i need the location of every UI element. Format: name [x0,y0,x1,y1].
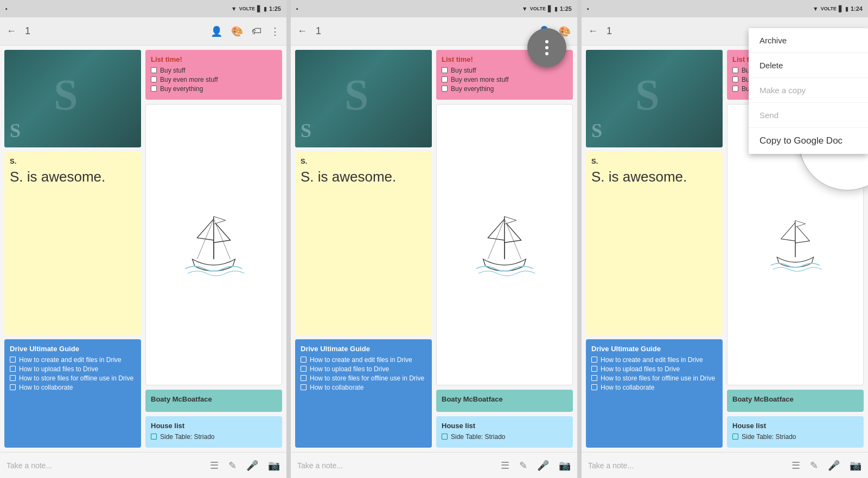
list-icon-3[interactable]: ☰ [792,460,800,471]
svg-marker-18 [795,221,806,227]
pencil-icon-1[interactable]: ✎ [228,460,237,471]
photo-letter-1: S [10,119,21,142]
guide-item-3-1: How to create and edit files in Drive [591,356,717,364]
blue-guide-card-2[interactable]: Drive Ultimate Guide How to create and e… [295,339,432,448]
house-title-1: House list [151,422,277,430]
guide-item-text-1-1: How to create and edit files in Drive [19,356,122,364]
signal-bars-2: ▋ [548,5,552,12]
bottom-bar-1: Take a note... ☰ ✎ 🎤 📷 [0,452,286,478]
photo-decoration-2: S [342,72,385,126]
guide-item-text-2-1: How to create and edit files in Drive [310,356,412,364]
house-card-2[interactable]: House list Side Table: Striado [436,416,573,448]
mic-icon-2[interactable]: 🎤 [537,460,549,471]
guide-item-text-2-2: How to upload files to Drive [310,365,389,373]
camera-icon-3[interactable]: 📷 [850,460,861,471]
note-placeholder-2[interactable]: Take a note... [297,461,501,470]
pink-item-2-3: Buy everything [442,85,567,93]
signal-bars-3: ▋ [839,5,843,12]
guide-title-2: Drive Ultimate Guide [301,345,426,353]
selection-count-3: 1 [607,25,612,37]
blue-guide-card-3[interactable]: Drive Ultimate Guide How to create and e… [586,339,723,448]
mic-icon-3[interactable]: 🎤 [828,460,840,471]
separator-2 [577,0,582,478]
svg-marker-16 [781,222,795,241]
yellow-card-2[interactable]: S. S. is awesome. [295,152,432,335]
yellow-card-3[interactable]: S. S. is awesome. [586,152,723,335]
fab-dot-2 [545,46,548,49]
list-icon-1[interactable]: ☰ [210,460,219,471]
pink-checkbox-3-1 [732,67,738,73]
label-icon-1[interactable]: 🏷 [252,25,261,37]
house-card-1[interactable]: House list Side Table: Striado [145,416,282,448]
dropdown-item-archive[interactable]: Archive [749,28,868,53]
person-icon-1[interactable]: 👤 [210,25,222,37]
camera-icon-2[interactable]: 📷 [559,460,571,471]
dropdown-item-make-copy[interactable]: Make a copy [749,78,868,103]
dropdown-item-delete[interactable]: Delete [749,53,868,78]
bottom-icons-3: ☰ ✎ 🎤 📷 [792,460,861,471]
pink-title-1: List time! [151,55,277,63]
pink-item-text-2-3: Buy everything [451,85,494,93]
dropdown-menu: Archive Delete Make a copy Send Copy to … [749,28,868,154]
boaty-title-3: Boaty McBoatface [732,395,858,403]
dropdown-item-copy-google-doc[interactable]: Copy to Google Doc [749,128,868,154]
house-card-3[interactable]: House list Side Table: Striado [727,416,864,448]
bottom-icons-2: ☰ ✎ 🎤 📷 [501,460,571,471]
svg-marker-17 [795,224,809,243]
photo-inner-2: S S [295,50,432,147]
guide-item-text-2-4: How to collaborate [310,384,363,391]
note-placeholder-1[interactable]: Take a note... [7,461,210,470]
guide-checkbox-3-3 [591,375,597,381]
house-checkbox-3-1 [732,434,738,440]
pink-item-text-1-3: Buy everything [160,85,203,93]
yellow-text-3: S. is awesome. [591,169,717,185]
palette-icon-1[interactable]: 🎨 [231,25,243,37]
pencil-icon-2[interactable]: ✎ [519,460,527,471]
overflow-menu-1[interactable]: ⋮ [270,25,280,37]
content-area-1: S S S. S. is awesome. Drive Ultimate Gui… [0,46,286,452]
guide-item-text-1-3: How to store files for offline use in Dr… [19,374,133,382]
pink-card-1[interactable]: List time! Buy stuff Buy even more stuff… [145,50,282,100]
pink-item-text-1-2: Buy even more stuff [160,76,218,83]
guide-item-2-2: How to upload files to Drive [301,365,426,373]
back-button-1[interactable]: ← [7,25,16,37]
pink-checkbox-2-2 [442,76,448,82]
blue-guide-card-1[interactable]: Drive Ultimate Guide How to create and e… [4,339,141,448]
dropdown-item-send[interactable]: Send [749,103,868,128]
guide-checkbox-1-4 [10,384,16,390]
content-area-2: S S S. S. is awesome. Drive Ultimate Gui… [291,46,577,452]
battery-icon-3: ▮ [845,5,848,12]
boaty-title-1: Boaty McBoatface [151,395,277,403]
guide-checkbox-2-1 [301,357,307,363]
pink-checkbox-1-3 [151,86,157,92]
camera-icon-1[interactable]: 📷 [268,460,280,471]
guide-item-text-2-3: How to store files for offline use in Dr… [310,374,424,382]
photo-letter-3: S [591,119,602,142]
ship-card-2 [436,104,573,385]
fab-dot-3 [545,52,548,55]
note-placeholder-3[interactable]: Take a note... [588,461,792,470]
right-column-1: List time! Buy stuff Buy even more stuff… [145,50,282,448]
back-button-2[interactable]: ← [297,25,307,37]
guide-checkbox-2-4 [301,384,307,390]
yellow-card-1[interactable]: S. S. is awesome. [4,152,141,335]
yellow-letter-3: S. [591,157,717,165]
wifi-icon-3: ▼ [813,5,819,12]
photo-decoration-3: S [633,72,676,126]
pencil-icon-3[interactable]: ✎ [810,460,818,471]
guide-item-text-1-2: How to upload files to Drive [19,365,98,373]
house-item-text-1-1: Side Table: Striado [160,433,215,441]
house-title-2: House list [442,422,567,430]
phone-panel-1: ▪ ▼ VOLTE ▋ ▮ 1:25 ← 1 👤 🎨 🏷 ⋮ S S [0,0,286,478]
boaty-card-1[interactable]: Boaty McBoatface [145,390,282,412]
network-type-3: VOLTE [821,6,837,11]
house-checkbox-2-1 [442,434,448,440]
selection-count-2: 1 [316,25,321,37]
ship-svg-3 [763,212,828,277]
list-icon-2[interactable]: ☰ [501,460,509,471]
boaty-card-3[interactable]: Boaty McBoatface [727,390,864,412]
boaty-card-2[interactable]: Boaty McBoatface [436,390,573,412]
mic-icon-1[interactable]: 🎤 [246,460,258,471]
overflow-fab[interactable] [527,28,566,67]
back-button-3[interactable]: ← [588,25,598,37]
